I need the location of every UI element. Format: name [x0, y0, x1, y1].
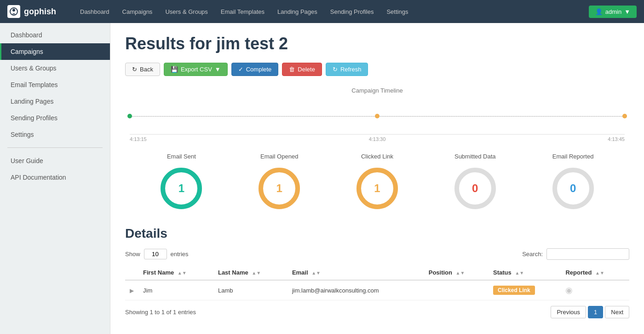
- row-position: [424, 280, 489, 300]
- stat-email-sent-circle: 1: [158, 165, 204, 211]
- brand-name: gophish: [24, 7, 56, 17]
- brand-logo[interactable]: gophish: [7, 5, 56, 18]
- timeline-label-0: 4:13:15: [130, 136, 147, 142]
- back-button[interactable]: ↻ Back: [125, 63, 160, 76]
- email-col-header[interactable]: Email ▲▼: [288, 265, 424, 280]
- status-badge: Clicked Link: [493, 286, 535, 295]
- stat-submitted-data: Submitted Data 0: [452, 153, 498, 211]
- refresh-button[interactable]: ↻ Refresh: [326, 63, 368, 76]
- sidebar-item-api-docs[interactable]: API Documentation: [0, 169, 110, 186]
- complete-icon: ✓: [238, 66, 243, 73]
- row-status: Clicked Link: [489, 280, 561, 300]
- nav-sending-profiles[interactable]: Sending Profiles: [325, 6, 380, 18]
- sidebar-item-settings[interactable]: Settings: [0, 126, 110, 143]
- campaign-timeline: Campaign Timeline 4:13:15 4:13:30 4:13:4…: [125, 87, 629, 142]
- dropdown-arrow-icon: ▼: [624, 8, 630, 15]
- user-icon: 👤: [595, 8, 603, 15]
- nav-links: Dashboard Campaigns Users & Groups Email…: [75, 6, 589, 18]
- complete-button[interactable]: ✓ Complete: [231, 63, 279, 76]
- logo-icon: [7, 5, 20, 18]
- sidebar-divider: [7, 147, 103, 148]
- nav-campaigns[interactable]: Campaigns: [117, 6, 158, 18]
- sidebar-item-user-guide[interactable]: User Guide: [0, 152, 110, 169]
- stat-clicked-link: Clicked Link 1: [354, 153, 400, 211]
- stat-email-reported-value: 0: [570, 182, 576, 195]
- nav-settings[interactable]: Settings: [381, 6, 414, 18]
- reported-col-header[interactable]: Reported ▲▼: [561, 265, 629, 280]
- export-csv-button[interactable]: 💾 Export CSV ▼: [164, 63, 228, 76]
- row-firstname: Jim: [138, 280, 213, 300]
- reported-icon: ◉: [565, 286, 573, 295]
- sort-firstname-icon: ▲▼: [178, 270, 187, 275]
- firstname-col-header[interactable]: First Name ▲▼: [138, 265, 213, 280]
- sidebar-item-sending-profiles[interactable]: Sending Profiles: [0, 110, 110, 126]
- stat-submitted-data-circle: 0: [452, 165, 498, 211]
- row-lastname: Lamb: [213, 280, 288, 300]
- sidebar-item-email-templates[interactable]: Email Templates: [0, 76, 110, 93]
- current-page-button[interactable]: 1: [588, 306, 603, 318]
- stat-email-opened-circle: 1: [256, 165, 302, 211]
- page-title: Results for jim test 2: [125, 34, 629, 53]
- showing-text: Showing 1 to 1 of 1 entries: [125, 309, 196, 316]
- table-controls: Show entries Search:: [125, 248, 629, 260]
- top-right-controls: 👤 admin ▼: [589, 6, 637, 18]
- search-input[interactable]: [546, 248, 629, 260]
- timeline-title: Campaign Timeline: [125, 87, 629, 94]
- stat-clicked-link-value: 1: [374, 182, 380, 195]
- back-icon: ↻: [132, 66, 137, 73]
- sort-reported-icon: ▲▼: [595, 270, 604, 275]
- sidebar-item-landing-pages[interactable]: Landing Pages: [0, 93, 110, 110]
- position-col-header[interactable]: Position ▲▼: [424, 265, 489, 280]
- nav-email-templates[interactable]: Email Templates: [215, 6, 270, 18]
- timeline-chart: [130, 98, 625, 135]
- sidebar-item-campaigns[interactable]: Campaigns: [0, 43, 110, 60]
- stat-email-reported: Email Reported 0: [550, 153, 596, 211]
- toolbar: ↻ Back 💾 Export CSV ▼ ✓ Complete 🗑 Delet…: [125, 63, 629, 76]
- lastname-col-header[interactable]: Last Name ▲▼: [213, 265, 288, 280]
- stat-submitted-data-label: Submitted Data: [454, 153, 496, 160]
- sort-status-icon: ▲▼: [515, 270, 524, 275]
- previous-page-button[interactable]: Previous: [551, 306, 586, 318]
- stat-email-opened-value: 1: [276, 182, 282, 195]
- timeline-dot-1: [375, 114, 380, 118]
- table-footer: Showing 1 to 1 of 1 entries Previous 1 N…: [125, 306, 629, 318]
- timeline-dot-2: [622, 114, 627, 118]
- entries-label: entries: [171, 251, 189, 258]
- sidebar-item-dashboard[interactable]: Dashboard: [0, 27, 110, 43]
- top-navigation: gophish Dashboard Campaigns Users & Grou…: [0, 0, 644, 23]
- details-title: Details: [125, 226, 629, 241]
- svg-point-1: [12, 9, 15, 12]
- nav-landing-pages[interactable]: Landing Pages: [272, 6, 323, 18]
- admin-button[interactable]: 👤 admin ▼: [589, 6, 637, 18]
- row-expand-arrow[interactable]: ▶: [130, 287, 134, 294]
- show-label: Show: [125, 251, 140, 258]
- expand-col-header: [125, 265, 138, 280]
- timeline-label-2: 4:13:45: [608, 136, 625, 142]
- sort-lastname-icon: ▲▼: [252, 270, 261, 275]
- stat-email-reported-circle: 0: [550, 165, 596, 211]
- status-col-header[interactable]: Status ▲▼: [489, 265, 561, 280]
- entries-input[interactable]: [144, 249, 167, 259]
- pagination: Previous 1 Next: [551, 306, 629, 318]
- dropdown-chevron-icon: ▼: [215, 66, 221, 73]
- stat-email-sent-label: Email Sent: [167, 153, 196, 160]
- timeline-dot-0: [127, 114, 132, 118]
- row-reported: ◉: [561, 280, 629, 300]
- main-content: Results for jim test 2 ↻ Back 💾 Export C…: [110, 23, 644, 334]
- show-entries-control: Show entries: [125, 249, 189, 259]
- nav-users-groups[interactable]: Users & Groups: [160, 6, 213, 18]
- delete-button[interactable]: 🗑 Delete: [282, 63, 322, 76]
- trash-icon: 🗑: [289, 66, 295, 73]
- stat-email-opened-label: Email Opened: [260, 153, 298, 160]
- sort-email-icon: ▲▼: [311, 270, 321, 275]
- sidebar-item-users-groups[interactable]: Users & Groups: [0, 60, 110, 76]
- table-row: ▶ Jim Lamb jim.lamb@airwalkconsulting.co…: [125, 280, 629, 300]
- sidebar: Dashboard Campaigns Users & Groups Email…: [0, 23, 110, 334]
- stat-email-reported-label: Email Reported: [552, 153, 594, 160]
- nav-dashboard[interactable]: Dashboard: [75, 6, 115, 18]
- stats-row: Email Sent 1 Email Opened 1: [125, 153, 629, 211]
- next-page-button[interactable]: Next: [605, 306, 629, 318]
- stat-email-sent-value: 1: [178, 182, 184, 195]
- admin-label: admin: [605, 8, 621, 15]
- sort-position-icon: ▲▼: [456, 270, 465, 275]
